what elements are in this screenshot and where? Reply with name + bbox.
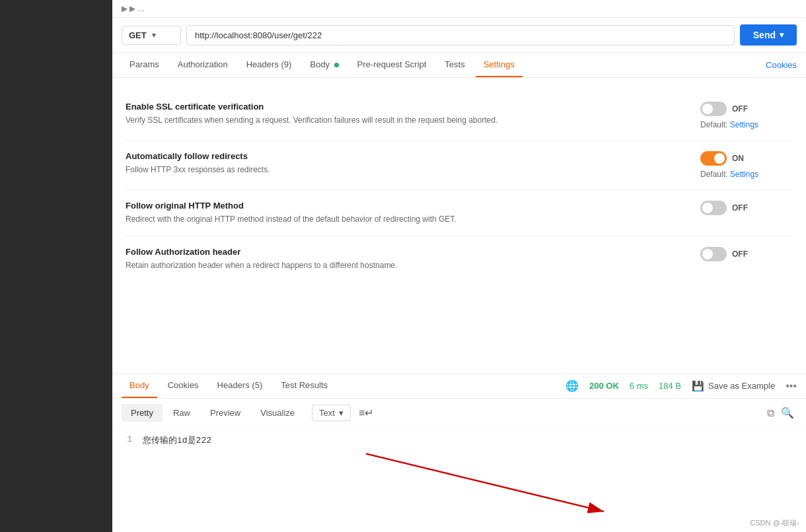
response-size: 184 B [659, 381, 681, 391]
tab-authorization[interactable]: Authorization [170, 53, 236, 77]
setting-auth-header: Follow Authorization header Retain autho… [126, 236, 793, 282]
setting-http-method-toggle-label: OFF [732, 203, 748, 213]
setting-http-method-left: Follow original HTTP Method Redirect wit… [126, 201, 621, 225]
setting-http-method-toggle[interactable] [700, 201, 727, 215]
format-tab-preview[interactable]: Preview [201, 404, 250, 422]
breadcrumb: ▶ ▶ ... [112, 0, 806, 18]
setting-redirects-title: Automatically follow redirects [126, 151, 621, 161]
setting-ssl-left: Enable SSL certificate verification Veri… [126, 102, 621, 126]
search-button[interactable]: 🔍 [778, 404, 797, 422]
setting-redirects-right: ON Default: Settings [687, 151, 793, 179]
send-arrow-icon: ▾ [780, 30, 784, 40]
body-format-bar: Pretty Raw Preview Visualize Text ▾ ≡↵ ⧉ [112, 399, 806, 428]
setting-ssl-title: Enable SSL certificate verification [126, 102, 621, 112]
setting-redirects-toggle[interactable] [700, 151, 727, 166]
response-time: 6 ms [630, 381, 648, 391]
globe-icon[interactable]: 🌐 [566, 380, 579, 392]
setting-auth-header-title: Follow Authorization header [126, 247, 621, 257]
url-input[interactable] [186, 25, 735, 46]
setting-ssl: Enable SSL certificate verification Veri… [126, 91, 793, 141]
format-tab-visualize[interactable]: Visualize [251, 404, 304, 422]
setting-redirects-desc: Follow HTTP 3xx responses as redirects. [126, 164, 621, 176]
send-label: Send [753, 30, 776, 40]
setting-auth-header-toggle-label: OFF [732, 249, 748, 259]
save-icon: 💾 [692, 380, 704, 392]
code-body: 1 您传输的id是222 [112, 428, 806, 532]
setting-redirects: Automatically follow redirects Follow HT… [126, 141, 793, 190]
code-line-1: 1 您传输的id是222 [122, 434, 797, 446]
setting-ssl-toggle-row: OFF [700, 102, 748, 116]
setting-ssl-default: Default: Settings [700, 120, 758, 129]
save-example-button[interactable]: 💾 Save as Example [692, 380, 775, 392]
response-tab-headers[interactable]: Headers (5) [209, 374, 271, 398]
setting-http-method-title: Follow original HTTP Method [126, 201, 621, 211]
line-number-1: 1 [122, 434, 132, 444]
setting-redirects-default: Default: Settings [700, 170, 758, 179]
setting-redirects-toggle-label: ON [732, 154, 744, 163]
setting-auth-header-desc: Retain authorization header when a redir… [126, 259, 621, 271]
search-icon: 🔍 [781, 407, 794, 418]
tab-cookies-link[interactable]: Cookies [766, 53, 797, 77]
setting-auth-header-toggle-row: OFF [700, 247, 748, 261]
method-label: GET [129, 30, 147, 40]
setting-redirects-toggle-row: ON [700, 151, 744, 166]
settings-content: Enable SSL certificate verification Veri… [112, 78, 806, 373]
url-bar: GET ▾ Send ▾ [112, 18, 806, 53]
sidebar [0, 0, 112, 532]
setting-ssl-toggle-label: OFF [732, 104, 748, 114]
request-tabs-bar: Params Authorization Headers (9) Body Pr… [112, 53, 806, 78]
send-button[interactable]: Send ▾ [740, 24, 797, 46]
setting-ssl-desc: Verify SSL certificates when sending a r… [126, 114, 621, 126]
setting-auth-header-toggle[interactable] [700, 247, 727, 261]
copy-button[interactable]: ⧉ [764, 405, 777, 422]
annotation-container [122, 446, 797, 525]
text-type-label: Text [319, 408, 335, 418]
response-tab-body[interactable]: Body [122, 374, 157, 398]
save-example-label: Save as Example [708, 381, 775, 391]
breadcrumb-text: ▶ ▶ ... [122, 4, 145, 13]
setting-http-method-right: OFF [687, 201, 793, 215]
tab-body[interactable]: Body [302, 53, 346, 77]
line-content-1: 您传输的id是222 [143, 434, 211, 446]
main-container: ▶ ▶ ... GET ▾ Send ▾ Params Authorizatio… [112, 0, 806, 532]
more-options-icon[interactable]: ••• [786, 380, 797, 392]
copy-icon: ⧉ [767, 407, 774, 418]
setting-ssl-right: OFF Default: Settings [687, 102, 793, 129]
response-panel: Body Cookies Headers (5) Test Results 🌐 … [112, 373, 806, 532]
wrap-icon: ≡↵ [359, 407, 373, 418]
tab-headers[interactable]: Headers (9) [238, 53, 300, 77]
method-select[interactable]: GET ▾ [122, 26, 181, 45]
setting-http-method: Follow original HTTP Method Redirect wit… [126, 190, 793, 236]
response-meta: 🌐 200 OK 6 ms 184 B 💾 Save as Example ••… [566, 380, 797, 392]
text-type-chevron-icon: ▾ [339, 408, 344, 418]
body-dot-indicator [334, 63, 339, 67]
wrap-button[interactable]: ≡↵ [356, 404, 376, 422]
bottom-attribution: CSDN @-联瑞- [750, 518, 799, 528]
setting-redirects-settings-link[interactable]: Settings [730, 170, 758, 179]
response-tab-test-results[interactable]: Test Results [273, 374, 336, 398]
setting-redirects-left: Automatically follow redirects Follow HT… [126, 151, 621, 176]
svg-line-1 [366, 453, 604, 512]
tab-tests[interactable]: Tests [437, 53, 472, 77]
tab-prerequest[interactable]: Pre-request Script [349, 53, 435, 77]
setting-auth-header-right: OFF [687, 247, 793, 261]
setting-ssl-toggle[interactable] [700, 102, 727, 116]
setting-ssl-settings-link[interactable]: Settings [730, 120, 758, 129]
annotation-arrow-svg [122, 446, 797, 525]
text-type-selector[interactable]: Text ▾ [312, 405, 351, 421]
response-tabs-bar: Body Cookies Headers (5) Test Results 🌐 … [112, 374, 806, 399]
response-tab-cookies[interactable]: Cookies [160, 374, 207, 398]
format-tab-raw[interactable]: Raw [164, 404, 200, 422]
response-status: 200 OK [589, 381, 619, 391]
format-tab-pretty[interactable]: Pretty [122, 404, 163, 422]
method-chevron-icon: ▾ [152, 31, 156, 40]
tab-settings[interactable]: Settings [476, 53, 523, 77]
setting-auth-header-left: Follow Authorization header Retain autho… [126, 247, 621, 271]
tab-params[interactable]: Params [122, 53, 167, 77]
setting-http-method-desc: Redirect with the original HTTP method i… [126, 213, 621, 225]
setting-http-method-toggle-row: OFF [700, 201, 748, 215]
